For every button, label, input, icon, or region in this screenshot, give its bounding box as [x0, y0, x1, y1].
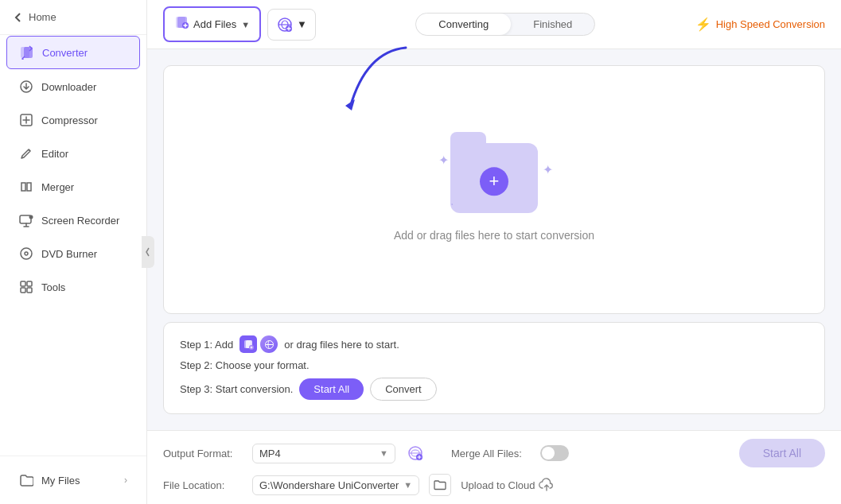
file-location-folder-button[interactable] — [429, 474, 451, 496]
output-format-extra-icon[interactable] — [405, 443, 426, 463]
svg-point-5 — [29, 215, 33, 219]
upload-to-cloud-button[interactable]: Upload to Cloud — [461, 477, 555, 493]
step-2-label: Step 2: Choose your format. — [180, 359, 310, 371]
add-file-svg — [174, 14, 190, 30]
back-arrow-icon — [13, 12, 24, 23]
collapse-arrow-icon — [145, 246, 151, 258]
sidebar-item-compressor[interactable]: Compressor — [6, 104, 140, 136]
main-content: Add Files ▼ ▼ Converting Finished — [147, 0, 841, 504]
output-format-select[interactable]: MP4 ▼ — [252, 444, 395, 463]
screen-recorder-icon — [19, 213, 33, 227]
step-1-label: Step 1: Add — [180, 339, 233, 351]
editor-icon — [19, 146, 33, 161]
svg-rect-11 — [27, 288, 32, 293]
merger-label: Merger — [41, 181, 74, 193]
folder-plus-icon: + — [480, 167, 508, 196]
high-speed-label: High Speed Conversion — [716, 18, 825, 30]
step-2-row: Step 2: Choose your format. — [180, 359, 808, 371]
my-files-icon — [19, 473, 33, 487]
cloud-upload-icon — [539, 477, 555, 493]
sidebar-item-screen-recorder[interactable]: Screen Recorder — [6, 204, 140, 236]
output-format-arrow-icon: ▼ — [380, 448, 388, 458]
topbar: Add Files ▼ ▼ Converting Finished — [147, 0, 841, 49]
sidebar-item-converter[interactable]: Converter — [6, 36, 140, 69]
file-location-select[interactable]: G:\Wondershare UniConverter ▼ — [252, 475, 419, 495]
downloader-label: Downloader — [41, 81, 96, 93]
add-file-button[interactable]: Add Files ▼ — [163, 6, 261, 42]
step-1-icons — [239, 335, 278, 353]
add-url-dropdown-arrow: ▼ — [297, 18, 307, 30]
lightning-icon: ⚡ — [695, 17, 711, 32]
folder-open-icon — [434, 479, 446, 491]
output-format-value: MP4 — [259, 448, 281, 459]
topbar-left: Add Files ▼ ▼ — [163, 6, 316, 42]
add-file-label: Add Files — [193, 18, 236, 30]
file-location-arrow-icon: ▼ — [403, 480, 412, 490]
tools-label: Tools — [41, 281, 65, 293]
svg-rect-9 — [27, 281, 32, 286]
steps-area: Step 1: Add — [163, 322, 825, 414]
file-location-label: File Location: — [163, 479, 243, 491]
merger-icon — [19, 180, 33, 194]
dvd-burner-icon — [19, 246, 33, 261]
add-url-button[interactable]: ▼ — [267, 9, 316, 41]
merge-files-label: Merge All Files: — [451, 448, 531, 459]
sidebar-bottom: My Files › — [0, 456, 146, 504]
svg-rect-8 — [21, 281, 25, 286]
screen-recorder-label: Screen Recorder — [41, 215, 119, 227]
bottom-row-2: File Location: G:\Wondershare UniConvert… — [163, 474, 825, 496]
step-1-globe-icon — [260, 335, 278, 353]
step-1-file-icon — [239, 335, 257, 353]
sidebar-item-merger[interactable]: Merger — [6, 171, 140, 203]
dropzone[interactable]: + ✦ ✦ · Add or drag files here to start … — [163, 65, 825, 314]
dvd-burner-label: DVD Burner — [41, 248, 97, 260]
convert-button-inline[interactable]: Convert — [370, 378, 437, 401]
bottom-row-1: Output Format: MP4 ▼ Merge All Files: St… — [163, 439, 825, 467]
converter-icon — [20, 45, 34, 60]
sparkle-icon-2: ✦ — [543, 162, 553, 177]
svg-point-7 — [25, 252, 28, 255]
my-files-label: My Files — [41, 475, 80, 487]
folder-bg: + — [450, 143, 538, 213]
tools-icon — [19, 280, 33, 294]
bottom-bar: Output Format: MP4 ▼ Merge All Files: St… — [147, 430, 841, 504]
tab-finished[interactable]: Finished — [511, 14, 594, 35]
compressor-label: Compressor — [41, 114, 98, 126]
start-all-button-inline[interactable]: Start All — [299, 378, 364, 400]
add-file-dropdown-arrow: ▼ — [241, 20, 250, 29]
sidebar-item-downloader[interactable]: Downloader — [6, 71, 140, 103]
my-files-chevron-icon: › — [124, 475, 127, 486]
tab-converting[interactable]: Converting — [416, 14, 511, 35]
upload-cloud-label: Upload to Cloud — [461, 479, 535, 491]
step-3-label: Step 3: Start conversion. — [180, 383, 293, 395]
step-3-row: Step 3: Start conversion. Start All Conv… — [180, 378, 808, 401]
step-1-row: Step 1: Add — [180, 335, 808, 353]
back-label: Home — [29, 11, 56, 23]
file-location-value: G:\Wondershare UniConverter — [259, 479, 399, 491]
svg-point-6 — [21, 248, 32, 259]
merge-toggle[interactable] — [540, 445, 569, 461]
tab-pills: Converting Finished — [415, 13, 595, 36]
sidebar: Home Converter Downloader — [0, 0, 147, 504]
sidebar-item-my-files[interactable]: My Files › — [6, 464, 140, 496]
output-format-label: Output Format: — [163, 448, 243, 459]
add-url-icon — [276, 16, 294, 33]
editor-label: Editor — [41, 148, 68, 160]
compressor-icon — [19, 113, 33, 127]
svg-rect-10 — [21, 288, 25, 293]
sidebar-item-tools[interactable]: Tools — [6, 271, 140, 303]
sidebar-collapse-handle[interactable] — [142, 236, 154, 268]
sidebar-item-editor[interactable]: Editor — [6, 138, 140, 169]
sidebar-item-dvd-burner[interactable]: DVD Burner — [6, 238, 140, 269]
folder-icon-wrap: + ✦ ✦ · — [446, 138, 542, 218]
downloader-icon — [19, 79, 33, 94]
sparkle-icon-3: · — [450, 197, 454, 211]
dropzone-text: Add or drag files here to start conversi… — [394, 229, 594, 242]
start-all-button[interactable]: Start All — [739, 439, 825, 467]
add-file-icon — [174, 14, 190, 34]
content-area: + ✦ ✦ · Add or drag files here to start … — [147, 49, 841, 430]
high-speed-conversion[interactable]: ⚡ High Speed Conversion — [695, 17, 825, 32]
sparkle-icon-1: ✦ — [438, 153, 449, 168]
step-1-suffix: or drag files here to start. — [284, 339, 399, 351]
back-button[interactable]: Home — [0, 0, 146, 35]
